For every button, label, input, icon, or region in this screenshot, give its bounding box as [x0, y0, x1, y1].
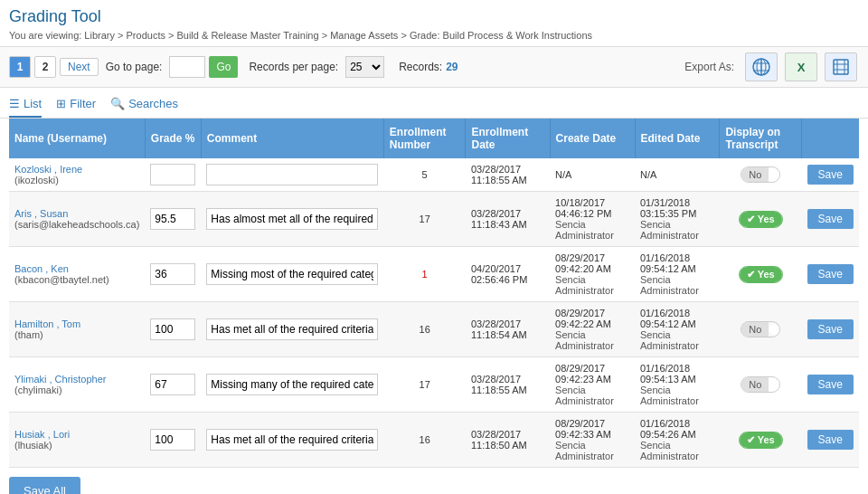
save-button[interactable]: Save: [807, 209, 854, 229]
export-csv-btn[interactable]: [825, 52, 857, 81]
enrollment-number: 16: [420, 324, 430, 335]
name-link[interactable]: Husiak , Lori: [14, 429, 70, 440]
export-label: Export As:: [684, 61, 734, 73]
grade-input[interactable]: [150, 164, 195, 185]
cell-save: Save: [802, 413, 859, 468]
cell-comment: [201, 158, 383, 192]
cell-create-date: N/A: [550, 158, 635, 192]
username: (chylimaki): [14, 385, 62, 395]
cell-edited-date: 01/16/2018 09:54:13 AMSencia Administrat…: [635, 357, 720, 413]
transcript-toggle[interactable]: No: [741, 166, 780, 183]
grade-input[interactable]: [150, 429, 195, 451]
grade-input[interactable]: [150, 263, 195, 285]
export-xlsx-btn[interactable]: X: [785, 52, 817, 81]
name-link[interactable]: Ylimaki , Christopher: [14, 374, 106, 385]
cell-save: Save: [802, 192, 859, 247]
cell-name: Aris , Susan(saris@lakeheadschools.ca): [9, 192, 145, 247]
col-header-enrollment-date: Enrollment Date: [466, 119, 550, 158]
col-header-name: Name (Username): [9, 119, 145, 158]
cell-save: Save: [802, 357, 859, 413]
records-per-page-label: Records per page:: [249, 61, 338, 73]
comment-input[interactable]: [206, 164, 378, 185]
enrollment-number: 17: [420, 214, 430, 224]
toggle-dot: [769, 324, 779, 335]
enrollment-number: 16: [420, 434, 430, 445]
breadcrumb: You are viewing: Library > Products > Bu…: [0, 28, 868, 46]
cell-display-transcript: ✔ Yes: [720, 413, 802, 468]
goto-input[interactable]: [169, 56, 205, 78]
cell-edited-date: N/A: [635, 158, 720, 192]
next-btn-top[interactable]: Next: [60, 58, 99, 76]
transcript-toggle[interactable]: No: [741, 321, 780, 337]
cell-comment: [201, 247, 383, 302]
username: (tham): [14, 329, 43, 340]
col-header-grade: Grade %: [145, 119, 201, 158]
table-container: Name (Username) Grade % Comment Enrollme…: [0, 119, 868, 468]
col-header-create-date: Create Date: [550, 119, 635, 158]
cell-create-date: 08/29/2017 09:42:33 AMSencia Administrat…: [550, 413, 635, 468]
table-row: Hamilton , Tom(tham)1603/28/2017 11:18:5…: [9, 302, 859, 357]
cell-enrollment-number: 16: [383, 302, 466, 357]
cell-name: Ylimaki , Christopher(chylimaki): [9, 357, 145, 413]
toggle-yes-label: ✔ Yes: [740, 432, 782, 448]
cell-enrollment-number: 17: [383, 192, 466, 247]
cell-edited-date: 01/16/2018 09:54:26 AMSencia Administrat…: [635, 413, 720, 468]
cell-comment: [201, 192, 383, 247]
page-2-btn[interactable]: 2: [34, 56, 56, 78]
tab-list[interactable]: ☰ List: [9, 93, 42, 118]
save-button[interactable]: Save: [807, 375, 854, 394]
comment-input[interactable]: [206, 318, 378, 340]
cell-grade: [145, 413, 201, 468]
transcript-toggle[interactable]: No: [741, 376, 780, 393]
grade-input[interactable]: [150, 374, 195, 395]
col-header-edited-date: Edited Date: [635, 119, 720, 158]
cell-enrollment-date: 03/28/2017 11:18:55 AM: [466, 158, 550, 192]
toggle-dot: [769, 379, 779, 390]
comment-input[interactable]: [206, 429, 378, 451]
grade-input[interactable]: [150, 318, 195, 340]
create-by: Sencia Administrator: [555, 440, 614, 461]
transcript-toggle[interactable]: ✔ Yes: [739, 432, 783, 449]
transcript-toggle[interactable]: ✔ Yes: [739, 266, 783, 283]
cell-create-date: 08/29/2017 09:42:20 AMSencia Administrat…: [550, 247, 635, 302]
name-link[interactable]: Kozloski , Irene: [14, 164, 82, 175]
create-by: Sencia Administrator: [555, 329, 614, 351]
go-button[interactable]: Go: [209, 56, 238, 78]
col-header-actions: [802, 119, 859, 158]
transcript-toggle[interactable]: ✔ Yes: [739, 211, 783, 228]
cell-save: Save: [802, 158, 859, 192]
page-1-btn[interactable]: 1: [9, 56, 31, 78]
cell-enrollment-number: 16: [383, 413, 466, 468]
save-button[interactable]: Save: [807, 319, 854, 339]
cell-display-transcript: No: [720, 302, 802, 357]
name-link[interactable]: Aris , Susan: [14, 208, 68, 219]
save-button[interactable]: Save: [807, 264, 854, 284]
username: (ikozloski): [14, 175, 59, 185]
cell-grade: [145, 158, 201, 192]
cell-enrollment-number: 17: [383, 357, 466, 413]
save-all-button[interactable]: Save All: [9, 477, 80, 494]
export-html-btn[interactable]: [745, 52, 778, 81]
cell-edited-date: 01/31/2018 03:15:35 PMSencia Administrat…: [635, 192, 720, 247]
comment-input[interactable]: [206, 208, 378, 230]
cell-edited-date: 01/16/2018 09:54:12 AMSencia Administrat…: [635, 302, 720, 357]
cell-create-date: 08/29/2017 09:42:22 AMSencia Administrat…: [550, 302, 635, 357]
tab-searches[interactable]: 🔍 Searches: [110, 93, 178, 118]
cell-name: Bacon , Ken(kbacon@tbaytel.net): [9, 247, 145, 302]
cell-display-transcript: No: [720, 357, 802, 413]
cell-name: Husiak , Lori(lhusiak): [9, 413, 145, 468]
save-button[interactable]: Save: [807, 165, 854, 185]
toggle-dot: [769, 169, 779, 180]
name-link[interactable]: Bacon , Ken: [14, 263, 69, 274]
comment-input[interactable]: [206, 263, 378, 285]
cell-comment: [201, 357, 383, 413]
tab-filter[interactable]: ⊞ Filter: [56, 93, 96, 118]
edited-by: Sencia Administrator: [640, 385, 699, 406]
username: (saris@lakeheadschools.ca): [14, 219, 139, 230]
save-button[interactable]: Save: [807, 430, 854, 450]
comment-input[interactable]: [206, 374, 378, 395]
name-link[interactable]: Hamilton , Tom: [14, 318, 80, 329]
records-per-page-select[interactable]: 25 50 100: [345, 56, 384, 78]
cell-enrollment-date: 03/28/2017 11:18:54 AM: [466, 302, 550, 357]
grade-input[interactable]: [150, 208, 195, 230]
